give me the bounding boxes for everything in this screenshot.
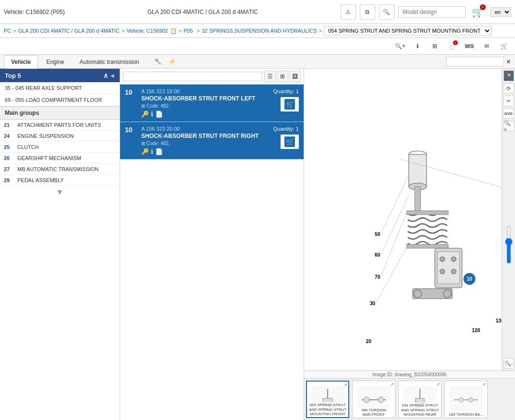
- part-details-1: A 156 323 20 00 SHOCK-ABSORBER STRUT FRO…: [141, 126, 269, 155]
- add-to-cart-btn-1[interactable]: 🛒: [281, 135, 299, 149]
- svg-point-41: [378, 397, 384, 403]
- grid-view-btn[interactable]: ⊞: [277, 71, 288, 82]
- thumbnail-3[interactable]: ↗ 165 TORSION BA...: [444, 381, 488, 418]
- tab-engine[interactable]: Engine: [39, 55, 71, 68]
- center-panel: ☰ ⊞ 🖼 10 A 156 323 19 00 SHOCK-ABSORBER …: [120, 69, 304, 420]
- table-icon-1: ⊞: [141, 141, 145, 146]
- top5-collapse-icon[interactable]: ∧: [103, 72, 108, 79]
- svg-text:10: 10: [467, 276, 473, 282]
- group-item-29[interactable]: 29 PEDAL ASSEMBLY: [0, 175, 120, 186]
- alert-doc-icon[interactable]: 📄!: [445, 39, 459, 53]
- svg-point-47: [459, 397, 464, 402]
- group-item-21[interactable]: 21 ATTACHMENT PARTS FOR UNITS: [0, 120, 120, 131]
- wis-icon[interactable]: WIS: [462, 39, 477, 53]
- diagram-area: ✕: [304, 69, 515, 371]
- svg-text:130: 130: [496, 318, 502, 323]
- part-details-0: A 156 323 19 00 SHOCK-ABSORBER STRUT FRO…: [141, 88, 269, 118]
- svg-text:70: 70: [375, 274, 380, 280]
- tabs-bar: Vehicle Engine Automatic transmission 🔧 …: [0, 55, 515, 69]
- mail-icon[interactable]: ✉: [479, 39, 494, 53]
- svg-rect-12: [437, 252, 459, 284]
- breadcrumb-pc[interactable]: PC: [4, 28, 11, 34]
- info-icon[interactable]: ℹ: [410, 39, 425, 53]
- doc-icon-0[interactable]: 📄: [155, 111, 163, 118]
- svg-point-14: [451, 257, 456, 261]
- part-code-1: A 156 323 20 00: [141, 126, 269, 132]
- copy-icon[interactable]: ⧉: [360, 4, 375, 20]
- warning-icon[interactable]: ⚠: [341, 4, 356, 20]
- breadcrumb-model[interactable]: GLA 200 CDI 4MATIC / GLA 200 d 4MATIC: [18, 28, 120, 34]
- tab-vehicle[interactable]: Vehicle: [4, 55, 38, 69]
- thumbnail-2[interactable]: ↗ 154 SPRING STRUT AND SPRING STRUT MOUN…: [398, 381, 441, 418]
- breadcrumb-springs[interactable]: 32 SPRINGS,SUSPENSION AND HYDRAULICS: [202, 28, 317, 34]
- vehicle-copy-icon[interactable]: 📋: [170, 28, 177, 34]
- svg-rect-6: [409, 154, 427, 186]
- scroll-down-indicator: ▼: [0, 186, 120, 198]
- add-to-cart-btn-0[interactable]: 🛒: [281, 97, 299, 111]
- breadcrumb-vehicle[interactable]: Vehicle: C156902: [126, 28, 168, 34]
- list-view-btn[interactable]: ☰: [264, 71, 276, 82]
- model-search-input[interactable]: [398, 6, 466, 18]
- zoom-in-icon[interactable]: 🔍+: [393, 39, 407, 53]
- key-icon-1[interactable]: 🔑: [141, 148, 149, 155]
- svg-point-13: [440, 257, 445, 261]
- info-icon-0[interactable]: ℹ: [151, 111, 153, 118]
- part-pos-1: 10: [125, 126, 136, 134]
- cart-action-icon[interactable]: 🛒: [497, 39, 511, 53]
- info-icon-1[interactable]: ℹ: [151, 148, 153, 155]
- section-dropdown[interactable]: 054 SPRING STRUT AND SPRING STRUT MOUNTI…: [324, 26, 491, 36]
- thumb-ext-icon-3: ↗: [482, 382, 486, 387]
- tab-icon-bolt[interactable]: ⚡: [166, 55, 179, 68]
- cart-button[interactable]: 🛒+: [469, 3, 487, 21]
- thumbnail-label-1: 060 TORSION BAR,FRONT: [353, 408, 395, 418]
- zoom-slider[interactable]: [505, 225, 513, 264]
- svg-point-19: [443, 290, 451, 297]
- group-item-25[interactable]: 25 CLUTCH: [0, 142, 120, 153]
- thumbnail-label-3: 165 TORSION BA...: [445, 412, 487, 418]
- tool-zoom-in-btn[interactable]: 🔍+: [503, 121, 514, 131]
- tab-icon-wrench[interactable]: 🔧: [151, 55, 165, 68]
- image-view-btn[interactable]: 🖼: [289, 71, 301, 82]
- svg-rect-8: [415, 186, 420, 214]
- top5-item-1[interactable]: 69 - 055 LOAD COMPARTMENT FLOOR: [0, 94, 120, 106]
- thumb-ext-icon-0: ↗: [343, 383, 347, 387]
- svg-point-15: [440, 269, 445, 274]
- tabs-search: ✕: [446, 57, 511, 66]
- tool-zoom-out-btn[interactable]: 🔍-: [503, 358, 514, 369]
- top5-close-icon[interactable]: «: [111, 72, 115, 79]
- diagram-close-btn[interactable]: ✕: [504, 71, 513, 79]
- filter-icon[interactable]: ⊞: [428, 39, 442, 53]
- center-top-bar: ☰ ⊞ 🖼: [120, 69, 304, 85]
- part-item-0: 10 A 156 323 19 00 SHOCK-ABSORBER STRUT …: [120, 85, 304, 122]
- model-label: GLA 200 CDI 4MATIC / GLA 200 d 4MATIC: [147, 9, 258, 15]
- svg-point-40: [364, 397, 369, 403]
- doc-icon-1[interactable]: 📄: [155, 148, 163, 155]
- part-name-1: SHOCK-ABSORBER STRUT FRONT RIGHT: [141, 133, 269, 139]
- center-search-input[interactable]: [123, 72, 262, 81]
- svg-point-48: [468, 397, 473, 402]
- tabs-search-clear[interactable]: ✕: [506, 58, 511, 65]
- thumbnail-1[interactable]: ↗ 060 TORSION BAR,FRONT: [352, 381, 395, 418]
- language-select[interactable]: en de fr: [490, 7, 511, 17]
- top5-header: Top 5 ∧ «: [0, 69, 120, 82]
- breadcrumb-p05[interactable]: P05: [184, 28, 193, 34]
- group-item-27[interactable]: 27 MB AUTOMATIC TRANSMISSION: [0, 164, 120, 175]
- quantity-label-0: Quantity: 1: [273, 88, 299, 94]
- part-meta-1: ⊞ Code: 482;: [141, 141, 269, 146]
- tabs-search-input[interactable]: [446, 57, 504, 66]
- thumb-ext-icon-2: ↗: [436, 382, 440, 387]
- search-icon-btn[interactable]: 🔍: [379, 4, 394, 20]
- tool-scissors-btn[interactable]: ✂: [503, 96, 514, 106]
- group-item-24[interactable]: 24 ENGINE SUSPENSION: [0, 131, 120, 142]
- key-icon-0[interactable]: 🔑: [141, 111, 149, 118]
- part-actions-1: Quantity: 1 🛒: [273, 126, 299, 149]
- thumbnail-label-2: 154 SPRING STRUT AND SPRING STRUT MOUNTI…: [399, 403, 441, 418]
- top5-item-0[interactable]: 35 - 045 REAR AXLE SUPPORT: [0, 82, 120, 94]
- right-panel: ✕: [304, 69, 515, 420]
- tab-automatic-transmission[interactable]: Automatic transmission: [73, 55, 147, 68]
- svg-rect-9: [407, 211, 448, 215]
- thumbnail-0[interactable]: ↗ 054 SPRING STRUT AND SPRING STRUT MOUN…: [306, 381, 349, 418]
- group-item-26[interactable]: 26 GEARSHIFT MECHANISM: [0, 153, 120, 164]
- tool-svg-btn[interactable]: SVG: [503, 108, 514, 119]
- tool-history-btn[interactable]: ⟳: [503, 83, 514, 94]
